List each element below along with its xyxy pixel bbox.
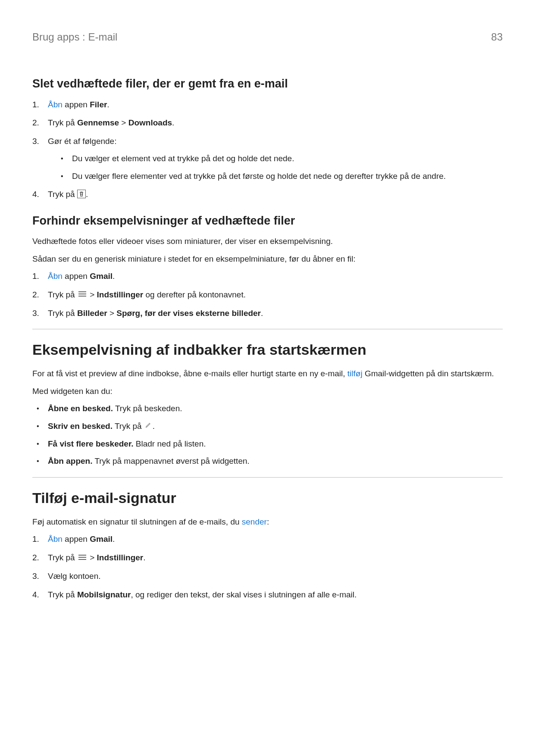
section1-steps: Åbn appen Filer. Tryk på Gennemse > Down…	[32, 99, 503, 201]
bold: Downloads	[128, 118, 172, 127]
open-link[interactable]: Åbn	[48, 534, 63, 544]
text: Tryk på	[48, 553, 77, 562]
divider	[32, 329, 503, 329]
text: Tryk på beskeden.	[113, 404, 182, 413]
text: .	[261, 309, 263, 318]
text: >	[119, 118, 128, 127]
paragraph: Med widgeten kan du:	[32, 385, 503, 398]
text: Tryk på	[48, 190, 77, 199]
text: >	[88, 290, 97, 299]
breadcrumb: Brug apps : E-mail	[32, 29, 117, 45]
step: Tryk på Mobilsignatur, og rediger den te…	[32, 589, 503, 601]
bold: Billeder	[77, 309, 107, 318]
text: Gør ét af følgende:	[48, 137, 116, 146]
text: og derefter på kontonavnet.	[143, 290, 246, 299]
section4-heading: Tilføj e-mail-signatur	[32, 487, 503, 509]
hamburger-icon	[78, 288, 87, 301]
section3-bullets: Åbne en besked. Tryk på beskeden. Skriv …	[32, 403, 503, 468]
page-header: Brug apps : E-mail 83	[32, 29, 503, 45]
hamburger-icon	[78, 552, 87, 564]
text: .	[107, 100, 109, 109]
text: >	[107, 309, 117, 318]
section2-heading: Forhindr eksempelvisninger af vedhæftede…	[32, 212, 503, 230]
step: Vælg kontoen.	[32, 570, 503, 583]
bold: Indstillinger	[97, 553, 144, 562]
section4-steps: Åbn appen Gmail. Tryk på > Indstillinger…	[32, 533, 503, 601]
bold: Gmail	[90, 534, 113, 544]
section1-heading: Slet vedhæftede filer, der er gemt fra e…	[32, 75, 503, 93]
text: Tryk på	[48, 290, 77, 299]
text: appen	[63, 534, 90, 544]
substep: Du vælger et element ved at trykke på de…	[56, 153, 503, 165]
bold: Få vist flere beskeder.	[48, 439, 134, 448]
text: >	[88, 553, 97, 562]
text: Føj automatisk en signatur til slutninge…	[32, 517, 242, 526]
bold: Gennemse	[77, 118, 119, 127]
text: .	[172, 118, 174, 127]
pencil-icon	[145, 420, 152, 432]
step: Gør ét af følgende: Du vælger et element…	[32, 135, 503, 183]
text: .	[113, 534, 115, 544]
list-item: Skriv en besked. Tryk på .	[32, 420, 503, 433]
step: Tryk på Gennemse > Downloads.	[32, 117, 503, 129]
trash-icon	[77, 190, 86, 198]
text: Tryk på	[48, 590, 77, 599]
text: Tryk på	[113, 422, 144, 431]
bold: Åbne en besked.	[48, 404, 113, 413]
bold: Mobilsignatur	[77, 590, 131, 599]
bold: Spørg, før der vises eksterne billeder	[116, 309, 261, 318]
bold: Gmail	[90, 272, 113, 281]
text: Bladr ned på listen.	[134, 439, 206, 448]
page-number: 83	[491, 29, 503, 45]
step: Åbn appen Filer.	[32, 99, 503, 111]
step: Åbn appen Gmail.	[32, 270, 503, 283]
paragraph: Vedhæftede fotos eller videoer vises som…	[32, 235, 503, 248]
add-link[interactable]: tilføj	[347, 369, 363, 378]
list-item: Åbn appen. Tryk på mappenavnet øverst på…	[32, 455, 503, 468]
text: , og rediger den tekst, der skal vises i…	[131, 590, 357, 599]
text: .	[153, 422, 155, 431]
open-link[interactable]: Åbn	[48, 272, 63, 281]
text: .	[113, 272, 115, 281]
text: Gmail-widgetten på din startskærm.	[363, 369, 494, 378]
text: .	[143, 553, 145, 562]
bold: Åbn appen.	[48, 456, 92, 465]
step: Åbn appen Gmail.	[32, 533, 503, 546]
bold: Filer	[90, 100, 107, 109]
substep: Du vælger flere elementer ved at trykke …	[56, 170, 503, 183]
bold: Skriv en besked.	[48, 422, 113, 431]
bold: Indstillinger	[97, 290, 144, 299]
open-link[interactable]: Åbn	[48, 100, 63, 109]
step: Tryk på Billeder > Spørg, før der vises …	[32, 307, 503, 320]
text: appen	[63, 272, 90, 281]
section3-heading: Eksempelvisning af indbakker fra startsk…	[32, 339, 503, 361]
step: Tryk på .	[32, 188, 503, 201]
list-item: Få vist flere beskeder. Bladr ned på lis…	[32, 438, 503, 450]
text: Tryk på	[48, 309, 77, 318]
step: Tryk på > Indstillinger og derefter på k…	[32, 289, 503, 301]
text: appen	[63, 100, 90, 109]
send-link[interactable]: sender	[242, 517, 267, 526]
section2-steps: Åbn appen Gmail. Tryk på > Indstillinger…	[32, 270, 503, 319]
text: :	[267, 517, 269, 526]
text: For at få vist et preview af dine indbok…	[32, 369, 347, 378]
text: Tryk på mappenavnet øverst på widgetten.	[92, 456, 249, 465]
list-item: Åbne en besked. Tryk på beskeden.	[32, 403, 503, 415]
paragraph: Føj automatisk en signatur til slutninge…	[32, 516, 503, 528]
divider	[32, 477, 503, 478]
step: Tryk på > Indstillinger.	[32, 552, 503, 564]
substeps: Du vælger et element ved at trykke på de…	[56, 153, 503, 182]
paragraph: For at få vist et preview af dine indbok…	[32, 368, 503, 380]
text: Tryk på	[48, 118, 77, 127]
paragraph: Sådan ser du en generisk miniature i ste…	[32, 253, 503, 266]
text: .	[86, 190, 88, 199]
